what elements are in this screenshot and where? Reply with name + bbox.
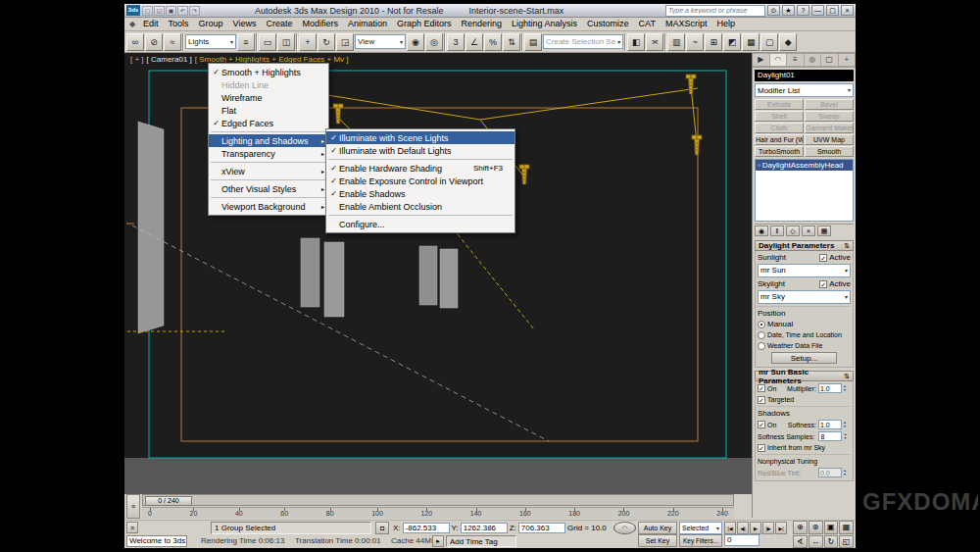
window-crossing-icon[interactable]: ◫ ▾ [277,33,295,51]
time-slider-handle[interactable]: 0 / 240 [145,496,192,506]
menu-item[interactable]: CAT [634,18,661,30]
sun-on-checkbox[interactable] [758,384,765,392]
menu-item[interactable]: ✓ Flat ▸ [209,104,328,117]
reference-coordinate-dropdown[interactable]: View ▾ [355,34,406,49]
favorites-star-icon[interactable]: ★ [782,5,795,16]
material-editor-icon[interactable]: ◩ ▾ [723,33,741,51]
close-button[interactable]: × [841,5,854,16]
toolbar-button[interactable]: ▾ [521,33,523,51]
spinner-arrows[interactable]: ▴ ▾ [844,469,851,477]
menu-item[interactable]: ✓ ▸ [211,131,326,132]
previous-frame-button[interactable]: ◀| [737,522,749,534]
menu-item[interactable]: ✓ Enable Shadows ▸ [326,187,514,200]
current-frame-field[interactable]: 0 [724,534,760,546]
configure-modifier-sets-icon[interactable]: ▦ [817,226,831,236]
modifier-button[interactable]: Hair and Fur (WS) [755,134,804,145]
modifier-button[interactable]: UVW Map [805,134,854,145]
zoom-extents-all-button[interactable]: ▦ [839,521,854,534]
menu-item[interactable]: ✓ Illuminate with Default Lights ▸ [326,144,514,157]
minimize-button[interactable]: — [811,5,824,16]
menu-item[interactable]: Modifiers [297,18,343,30]
menu-item[interactable]: Customize [582,18,634,30]
spinner-snap-icon[interactable]: ⇅ ▾ [503,33,520,51]
toolbar-button[interactable]: ▾ [256,33,258,51]
menu-item[interactable]: ✓ Enable Hardware Shading Shift+F3 ▸ [326,162,514,175]
spinner-arrows[interactable]: ▴ ▾ [844,421,851,428]
bind-to-space-warp-icon[interactable]: ≈ ▾ [164,33,181,51]
maxscript-listener-icon[interactable]: ≡ [126,522,138,533]
modifier-stack[interactable]: ◦ DaylightAssemblyHead [755,159,854,222]
menu-item[interactable]: ✓ Enable Ambient Occlusion ▸ [326,200,514,213]
skylight-active-checkbox[interactable] [819,280,827,288]
weather-data-radio[interactable] [758,342,765,350]
search-icon[interactable]: ⊙ [767,5,780,16]
pin-stack-icon[interactable]: ◉ [755,226,768,236]
percent-snap-icon[interactable]: % ▾ [484,33,502,51]
menu-item[interactable]: ✓ Hidden Line ▸ [209,78,328,91]
menu-item[interactable]: Rendering [457,18,508,30]
rendered-frame-icon[interactable]: ▢ ▾ [760,33,778,51]
menu-item[interactable]: Help [711,18,740,30]
viewport-camera-label[interactable]: [ Camera01 ] [147,55,192,64]
go-to-end-button[interactable]: ▶| [775,522,787,534]
maxscript-mini-listener[interactable]: Welcome to 3ds [126,535,187,547]
edit-named-selections-icon[interactable]: ▤ ▾ [524,33,542,51]
steering-wheels-button[interactable]: ◠ [613,522,636,534]
use-pivot-center-icon[interactable]: ◉ ▾ [407,33,424,51]
modifier-button[interactable]: Garment Maker [805,123,854,133]
select-and-manipulate-icon[interactable]: ◎ ▾ [425,33,443,51]
x-coordinate-field[interactable]: -862.533 [403,523,450,533]
manual-radio[interactable] [758,321,765,328]
auto-key-button[interactable]: Auto Key [638,522,677,534]
modifier-button[interactable]: TurboSmooth [755,146,804,157]
render-setup-icon[interactable]: ▦ ▾ [742,33,760,51]
max-logo-icon[interactable]: ◆ [126,20,138,28]
pan-button[interactable]: ↔ [808,535,823,549]
modifier-button[interactable]: Extrude [755,99,804,110]
z-coordinate-field[interactable]: 706.363 [518,523,565,533]
save-file-icon[interactable]: ▣ [166,6,176,16]
menu-item[interactable]: Views [228,18,262,30]
daylight-gizmo[interactable] [519,165,529,184]
modifier-list-dropdown[interactable]: Modifier List ▾ [755,83,854,97]
toolbar-button[interactable]: ▾ [664,33,666,51]
add-time-tag-field[interactable]: Add Time Tag [446,535,516,547]
create-tab[interactable]: ▶ [753,53,770,67]
undo-icon[interactable]: ↶ [177,6,188,16]
maximize-viewport-button[interactable]: ◱ [839,535,854,549]
menu-item[interactable]: ✓ Edged Faces ▸ [209,117,328,129]
time-slider[interactable]: 0 / 240 [142,494,734,506]
menu-item[interactable]: ✓ Lighting and Shadows ▸ [209,134,328,147]
menu-item[interactable]: ✓ Viewport Background ▸ [209,200,328,213]
menu-item[interactable]: MAXScript [661,18,712,30]
toolbar-button[interactable]: ▾ [444,33,446,51]
softness-samples-field[interactable]: 8 [818,431,842,441]
menu-item[interactable]: Group [194,18,228,30]
align-icon[interactable]: ≍ ▾ [646,33,663,51]
daylight-gizmo[interactable] [692,135,702,155]
shadow-on-checkbox[interactable] [758,421,765,428]
targeted-checkbox[interactable] [758,396,765,404]
y-coordinate-field[interactable]: 1262.386 [461,523,508,533]
stack-item[interactable]: ◦ DaylightAssemblyHead [756,160,853,171]
app-icon[interactable]: 3ds [126,5,140,16]
curve-editor-icon[interactable]: ~ ▾ [686,33,704,51]
panel-geometry[interactable] [419,246,437,305]
modifier-button[interactable]: Sweep [805,111,854,122]
go-to-start-button[interactable]: |◀ [724,522,736,534]
menu-item[interactable]: ✓ ▸ [211,197,326,198]
sunlight-type-dropdown[interactable]: mr Sun ▾ [758,264,851,277]
open-file-icon[interactable]: ◱ [154,6,165,16]
rollout-header[interactable]: mr Sun Basic Parameters ⇅ [755,371,854,381]
select-and-scale-icon[interactable]: ◲ ▾ [336,33,354,51]
menu-item[interactable]: ✓ ▸ [211,162,326,163]
menu-item[interactable]: ✓ ▸ [328,215,513,216]
menu-item[interactable]: Edit [138,18,164,30]
menu-item[interactable]: Graph Editors [392,18,457,30]
maximize-button[interactable]: ▢ [826,5,839,16]
schematic-view-icon[interactable]: ⊞ ▾ [705,33,722,51]
unlink-selection-icon[interactable]: ⊘ ▾ [145,33,163,51]
menu-item[interactable]: ✓ Transparency ▸ [209,147,328,160]
new-scene-icon[interactable]: ▢ [142,6,153,16]
selection-filter-dropdown[interactable]: Lights ▾ [185,34,236,49]
